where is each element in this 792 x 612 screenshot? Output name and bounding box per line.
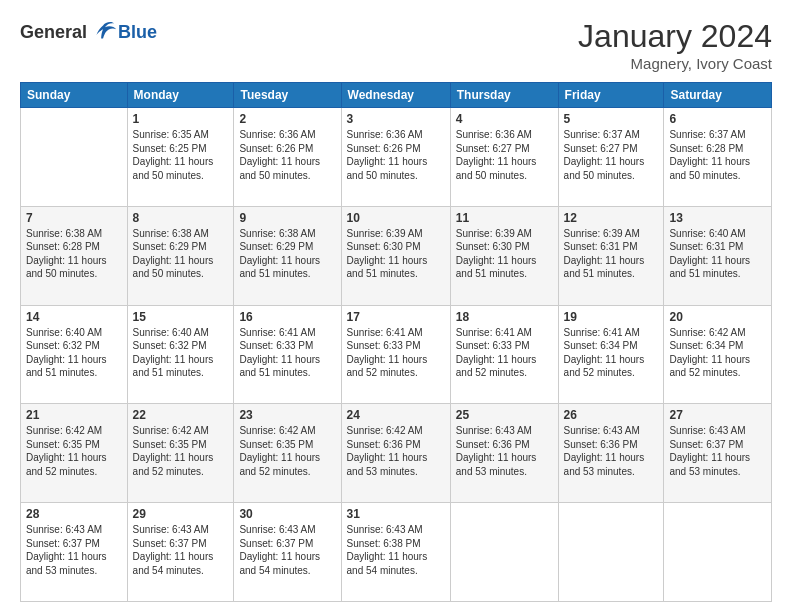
day-cell: 24Sunrise: 6:42 AMSunset: 6:36 PMDayligh… bbox=[341, 404, 450, 503]
location: Magnery, Ivory Coast bbox=[578, 55, 772, 72]
day-number: 1 bbox=[133, 112, 229, 126]
day-info: Sunrise: 6:36 AMSunset: 6:26 PMDaylight:… bbox=[347, 128, 445, 182]
day-number: 25 bbox=[456, 408, 553, 422]
logo: General Blue bbox=[20, 18, 157, 46]
page: General Blue January 2024 Magnery, Ivory… bbox=[0, 0, 792, 612]
day-number: 13 bbox=[669, 211, 766, 225]
day-info: Sunrise: 6:43 AMSunset: 6:36 PMDaylight:… bbox=[456, 424, 553, 478]
col-header-wednesday: Wednesday bbox=[341, 83, 450, 108]
day-info: Sunrise: 6:40 AMSunset: 6:31 PMDaylight:… bbox=[669, 227, 766, 281]
week-row-2: 7Sunrise: 6:38 AMSunset: 6:28 PMDaylight… bbox=[21, 206, 772, 305]
day-info: Sunrise: 6:42 AMSunset: 6:35 PMDaylight:… bbox=[239, 424, 335, 478]
day-number: 11 bbox=[456, 211, 553, 225]
day-cell: 7Sunrise: 6:38 AMSunset: 6:28 PMDaylight… bbox=[21, 206, 128, 305]
day-info: Sunrise: 6:40 AMSunset: 6:32 PMDaylight:… bbox=[26, 326, 122, 380]
day-info: Sunrise: 6:35 AMSunset: 6:25 PMDaylight:… bbox=[133, 128, 229, 182]
col-header-saturday: Saturday bbox=[664, 83, 772, 108]
day-cell bbox=[21, 108, 128, 207]
day-cell: 15Sunrise: 6:40 AMSunset: 6:32 PMDayligh… bbox=[127, 305, 234, 404]
header-row: SundayMondayTuesdayWednesdayThursdayFrid… bbox=[21, 83, 772, 108]
day-number: 10 bbox=[347, 211, 445, 225]
day-cell: 4Sunrise: 6:36 AMSunset: 6:27 PMDaylight… bbox=[450, 108, 558, 207]
week-row-5: 28Sunrise: 6:43 AMSunset: 6:37 PMDayligh… bbox=[21, 503, 772, 602]
week-row-3: 14Sunrise: 6:40 AMSunset: 6:32 PMDayligh… bbox=[21, 305, 772, 404]
title-area: January 2024 Magnery, Ivory Coast bbox=[578, 18, 772, 72]
day-info: Sunrise: 6:41 AMSunset: 6:33 PMDaylight:… bbox=[456, 326, 553, 380]
day-info: Sunrise: 6:39 AMSunset: 6:30 PMDaylight:… bbox=[347, 227, 445, 281]
col-header-sunday: Sunday bbox=[21, 83, 128, 108]
day-number: 12 bbox=[564, 211, 659, 225]
day-info: Sunrise: 6:42 AMSunset: 6:35 PMDaylight:… bbox=[26, 424, 122, 478]
day-number: 2 bbox=[239, 112, 335, 126]
day-number: 21 bbox=[26, 408, 122, 422]
day-cell: 6Sunrise: 6:37 AMSunset: 6:28 PMDaylight… bbox=[664, 108, 772, 207]
day-cell: 20Sunrise: 6:42 AMSunset: 6:34 PMDayligh… bbox=[664, 305, 772, 404]
day-number: 26 bbox=[564, 408, 659, 422]
day-info: Sunrise: 6:42 AMSunset: 6:35 PMDaylight:… bbox=[133, 424, 229, 478]
day-info: Sunrise: 6:43 AMSunset: 6:36 PMDaylight:… bbox=[564, 424, 659, 478]
day-number: 23 bbox=[239, 408, 335, 422]
day-info: Sunrise: 6:43 AMSunset: 6:37 PMDaylight:… bbox=[239, 523, 335, 577]
day-cell: 29Sunrise: 6:43 AMSunset: 6:37 PMDayligh… bbox=[127, 503, 234, 602]
day-info: Sunrise: 6:36 AMSunset: 6:27 PMDaylight:… bbox=[456, 128, 553, 182]
day-cell: 12Sunrise: 6:39 AMSunset: 6:31 PMDayligh… bbox=[558, 206, 664, 305]
day-number: 4 bbox=[456, 112, 553, 126]
day-cell: 14Sunrise: 6:40 AMSunset: 6:32 PMDayligh… bbox=[21, 305, 128, 404]
day-number: 17 bbox=[347, 310, 445, 324]
day-info: Sunrise: 6:43 AMSunset: 6:37 PMDaylight:… bbox=[669, 424, 766, 478]
day-cell: 22Sunrise: 6:42 AMSunset: 6:35 PMDayligh… bbox=[127, 404, 234, 503]
col-header-friday: Friday bbox=[558, 83, 664, 108]
day-number: 20 bbox=[669, 310, 766, 324]
day-number: 19 bbox=[564, 310, 659, 324]
day-info: Sunrise: 6:43 AMSunset: 6:37 PMDaylight:… bbox=[26, 523, 122, 577]
day-info: Sunrise: 6:41 AMSunset: 6:34 PMDaylight:… bbox=[564, 326, 659, 380]
day-cell bbox=[664, 503, 772, 602]
week-row-4: 21Sunrise: 6:42 AMSunset: 6:35 PMDayligh… bbox=[21, 404, 772, 503]
day-info: Sunrise: 6:43 AMSunset: 6:38 PMDaylight:… bbox=[347, 523, 445, 577]
day-number: 24 bbox=[347, 408, 445, 422]
header: General Blue January 2024 Magnery, Ivory… bbox=[20, 18, 772, 72]
calendar-table: SundayMondayTuesdayWednesdayThursdayFrid… bbox=[20, 82, 772, 602]
day-number: 29 bbox=[133, 507, 229, 521]
day-number: 31 bbox=[347, 507, 445, 521]
day-cell: 16Sunrise: 6:41 AMSunset: 6:33 PMDayligh… bbox=[234, 305, 341, 404]
day-number: 14 bbox=[26, 310, 122, 324]
day-number: 5 bbox=[564, 112, 659, 126]
day-info: Sunrise: 6:43 AMSunset: 6:37 PMDaylight:… bbox=[133, 523, 229, 577]
day-number: 6 bbox=[669, 112, 766, 126]
day-cell: 10Sunrise: 6:39 AMSunset: 6:30 PMDayligh… bbox=[341, 206, 450, 305]
day-number: 27 bbox=[669, 408, 766, 422]
day-cell bbox=[558, 503, 664, 602]
day-info: Sunrise: 6:41 AMSunset: 6:33 PMDaylight:… bbox=[239, 326, 335, 380]
day-number: 7 bbox=[26, 211, 122, 225]
day-cell: 1Sunrise: 6:35 AMSunset: 6:25 PMDaylight… bbox=[127, 108, 234, 207]
col-header-thursday: Thursday bbox=[450, 83, 558, 108]
day-cell: 23Sunrise: 6:42 AMSunset: 6:35 PMDayligh… bbox=[234, 404, 341, 503]
day-cell: 5Sunrise: 6:37 AMSunset: 6:27 PMDaylight… bbox=[558, 108, 664, 207]
logo-bird-icon bbox=[90, 18, 118, 46]
day-number: 8 bbox=[133, 211, 229, 225]
logo-general: General bbox=[20, 22, 87, 43]
day-number: 9 bbox=[239, 211, 335, 225]
day-cell: 27Sunrise: 6:43 AMSunset: 6:37 PMDayligh… bbox=[664, 404, 772, 503]
day-number: 3 bbox=[347, 112, 445, 126]
day-info: Sunrise: 6:39 AMSunset: 6:31 PMDaylight:… bbox=[564, 227, 659, 281]
day-info: Sunrise: 6:39 AMSunset: 6:30 PMDaylight:… bbox=[456, 227, 553, 281]
day-info: Sunrise: 6:38 AMSunset: 6:28 PMDaylight:… bbox=[26, 227, 122, 281]
day-cell: 25Sunrise: 6:43 AMSunset: 6:36 PMDayligh… bbox=[450, 404, 558, 503]
day-cell: 30Sunrise: 6:43 AMSunset: 6:37 PMDayligh… bbox=[234, 503, 341, 602]
day-info: Sunrise: 6:40 AMSunset: 6:32 PMDaylight:… bbox=[133, 326, 229, 380]
day-cell: 11Sunrise: 6:39 AMSunset: 6:30 PMDayligh… bbox=[450, 206, 558, 305]
day-number: 30 bbox=[239, 507, 335, 521]
day-cell: 8Sunrise: 6:38 AMSunset: 6:29 PMDaylight… bbox=[127, 206, 234, 305]
logo-blue: Blue bbox=[118, 22, 157, 43]
day-cell: 19Sunrise: 6:41 AMSunset: 6:34 PMDayligh… bbox=[558, 305, 664, 404]
day-cell: 26Sunrise: 6:43 AMSunset: 6:36 PMDayligh… bbox=[558, 404, 664, 503]
col-header-tuesday: Tuesday bbox=[234, 83, 341, 108]
day-cell: 17Sunrise: 6:41 AMSunset: 6:33 PMDayligh… bbox=[341, 305, 450, 404]
day-info: Sunrise: 6:42 AMSunset: 6:34 PMDaylight:… bbox=[669, 326, 766, 380]
day-info: Sunrise: 6:42 AMSunset: 6:36 PMDaylight:… bbox=[347, 424, 445, 478]
day-cell: 28Sunrise: 6:43 AMSunset: 6:37 PMDayligh… bbox=[21, 503, 128, 602]
day-number: 28 bbox=[26, 507, 122, 521]
day-cell bbox=[450, 503, 558, 602]
